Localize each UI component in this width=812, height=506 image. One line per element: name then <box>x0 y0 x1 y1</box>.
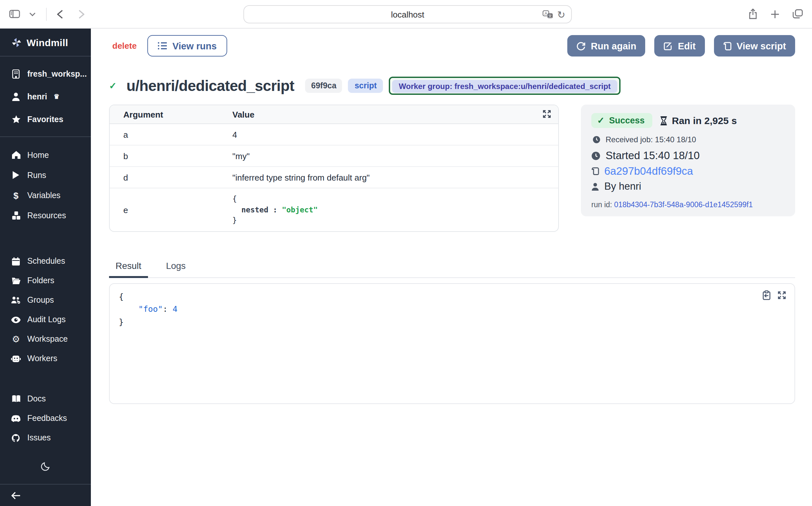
github-icon <box>11 434 21 442</box>
brand[interactable]: Windmill <box>0 28 91 57</box>
job-title-row: ✓ u/henri/dedicated_script 69f9ca script… <box>109 77 795 95</box>
expand-table-icon[interactable] <box>542 109 552 119</box>
moon-icon <box>41 462 50 471</box>
result-tabs: Result Logs <box>109 260 795 278</box>
collapse-sidebar-button[interactable] <box>0 484 91 506</box>
address-bar[interactable]: localhost A文 ↻ <box>243 5 572 23</box>
nav-label: Workers <box>27 354 58 363</box>
sidebar-item-feedbacks[interactable]: Feedbacks <box>0 409 91 428</box>
sidebar-item-docs[interactable]: Docs <box>0 389 91 409</box>
clock-icon <box>591 151 600 160</box>
nav-label: Runs <box>27 170 46 180</box>
edit-button[interactable]: Edit <box>654 35 705 57</box>
share-icon[interactable] <box>748 8 757 19</box>
sidebar-item-folders[interactable]: Folders <box>0 271 91 290</box>
edit-label: Edit <box>678 40 696 51</box>
table-row: e { nested : "object"} <box>110 188 558 231</box>
job-id-link[interactable]: 6a297b04df69f9ca <box>604 165 693 177</box>
back-button[interactable] <box>57 9 63 18</box>
sidebar-item-workers[interactable]: Workers <box>0 349 91 368</box>
sidebar-item-audit-logs[interactable]: Audit Logs <box>0 310 91 329</box>
expand-result-icon[interactable] <box>777 290 787 300</box>
workspace-label: fresh_worksp... <box>27 69 87 78</box>
new-tab-icon[interactable] <box>771 9 780 18</box>
table-row: a 4 <box>110 124 558 146</box>
edit-icon <box>664 41 673 50</box>
nav-label: Variables <box>27 191 60 200</box>
run-again-button[interactable]: Run again <box>567 35 645 57</box>
worker-group-badge[interactable]: Worker group: fresh_workspace:u/henri/de… <box>389 77 620 95</box>
sidebar-item-groups[interactable]: Groups <box>0 290 91 310</box>
sidebar-item-workspace-settings[interactable]: ⚙ Workspace <box>0 329 91 349</box>
copy-result-icon[interactable] <box>762 290 771 300</box>
sidebar-toggle-icon[interactable] <box>9 10 20 18</box>
arg-value: "my" <box>232 151 249 161</box>
tab-overview-icon[interactable] <box>793 9 803 19</box>
arguments-table: Argument Value a 4 b "my" <box>109 104 559 232</box>
sidebar-item-favorites[interactable]: Favorites <box>0 108 91 131</box>
check-icon: ✓ <box>597 115 605 125</box>
nav-label: Resources <box>27 211 66 220</box>
sidebar-item-runs[interactable]: Runs <box>0 165 91 185</box>
dollar-icon: $ <box>11 191 21 200</box>
job-toolbar: delete View runs Run again <box>109 35 795 57</box>
sidebar-item-user[interactable]: henri ♛ <box>0 85 91 108</box>
view-runs-button[interactable]: View runs <box>147 35 227 57</box>
clock-icon <box>593 136 600 144</box>
result-panel: { "foo": 4} <box>109 283 795 404</box>
sidebar-item-home[interactable]: Home <box>0 145 91 165</box>
sidebar-item-issues[interactable]: Issues <box>0 428 91 447</box>
discord-icon <box>11 415 21 422</box>
calendar-icon <box>11 257 21 265</box>
view-script-button[interactable]: View script <box>714 35 795 57</box>
arg-name: a <box>110 130 232 139</box>
main-content: delete View runs Run again <box>91 28 812 506</box>
started-time: Started 15:40 18/10 <box>591 149 785 162</box>
eye-icon <box>11 316 21 323</box>
sidebar-item-workspace[interactable]: fresh_worksp... <box>0 62 91 85</box>
nav-label: Workspace <box>27 335 68 344</box>
hourglass-icon <box>660 116 667 125</box>
building-icon <box>11 69 21 78</box>
sidebar-item-variables[interactable]: $ Variables <box>0 185 91 205</box>
column-argument: Argument <box>110 109 232 119</box>
scroll-icon <box>723 41 731 50</box>
script-hash-badge[interactable]: 69f9ca <box>305 79 342 93</box>
view-runs-label: View runs <box>172 40 216 51</box>
column-value: Value <box>232 109 255 119</box>
dark-mode-toggle[interactable] <box>0 462 91 471</box>
job-id-line: 6a297b04df69f9ca <box>591 165 785 177</box>
robot-icon <box>11 355 21 362</box>
sidebar-item-resources[interactable]: Resources <box>0 205 91 226</box>
windmill-logo-icon <box>11 37 22 48</box>
folder-icon <box>11 277 21 284</box>
forward-button[interactable] <box>79 9 84 18</box>
arg-name: b <box>110 151 232 161</box>
brand-name: Windmill <box>27 37 68 48</box>
sidebar-item-schedules[interactable]: Schedules <box>0 251 91 271</box>
screen: localhost A文 ↻ <box>0 0 812 506</box>
book-icon <box>11 395 21 403</box>
success-check-icon: ✓ <box>109 81 116 91</box>
worker-group-label: Worker group: fresh_workspace:u/henri/de… <box>392 80 617 93</box>
chevron-down-icon[interactable] <box>29 12 36 16</box>
received-job: Received job: 15:40 18/10 <box>591 135 785 144</box>
delete-button[interactable]: delete <box>112 41 137 51</box>
home-icon <box>11 151 21 159</box>
toolbar-divider <box>46 7 47 20</box>
table-row: b "my" <box>110 146 558 167</box>
cubes-icon <box>11 211 21 220</box>
tab-logs[interactable]: Logs <box>159 260 192 277</box>
nav-label: Feedbacks <box>27 414 67 423</box>
reload-icon[interactable]: ↻ <box>557 9 565 19</box>
user-icon <box>11 92 21 101</box>
play-icon <box>11 171 21 179</box>
sidebar: Windmill fresh_worksp... henri ♛ <box>0 28 91 506</box>
run-id-link[interactable]: 018b4304-7b3f-548a-9006-d1e1452599f1 <box>614 201 752 208</box>
arg-value-object: { nested : "object"} <box>232 188 318 231</box>
status-badge: ✓Success <box>591 113 652 128</box>
nav-label: Docs <box>27 394 46 403</box>
crown-icon: ♛ <box>54 93 60 100</box>
tab-result[interactable]: Result <box>109 260 148 278</box>
translate-icon[interactable]: A文 <box>543 10 553 18</box>
